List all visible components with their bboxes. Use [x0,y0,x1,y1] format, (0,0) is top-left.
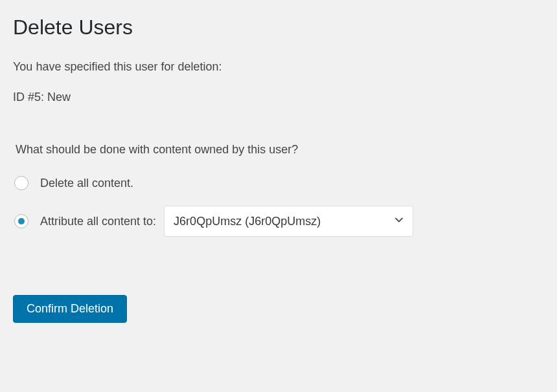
option-delete-row: Delete all content. [14,176,544,190]
page-title: Delete Users [13,16,544,39]
radio-delete-label[interactable]: Delete all content. [40,177,133,190]
submit-area: Confirm Deletion [13,295,544,323]
radio-attribute[interactable] [14,214,28,228]
intro-text: You have specified this user for deletio… [13,60,544,74]
option-attribute-row: Attribute all content to: J6r0QpUmsz (J6… [14,206,544,237]
user-id-line: ID #5: New [13,91,544,104]
confirm-deletion-button[interactable]: Confirm Deletion [13,295,127,323]
content-question: What should be done with content owned b… [16,143,544,157]
radio-delete-all[interactable] [14,176,28,190]
attribute-select-wrap: J6r0QpUmsz (J6r0QpUmsz) [164,206,413,237]
radio-attribute-label[interactable]: Attribute all content to: [40,215,156,228]
attribute-user-select[interactable]: J6r0QpUmsz (J6r0QpUmsz) [164,206,413,237]
